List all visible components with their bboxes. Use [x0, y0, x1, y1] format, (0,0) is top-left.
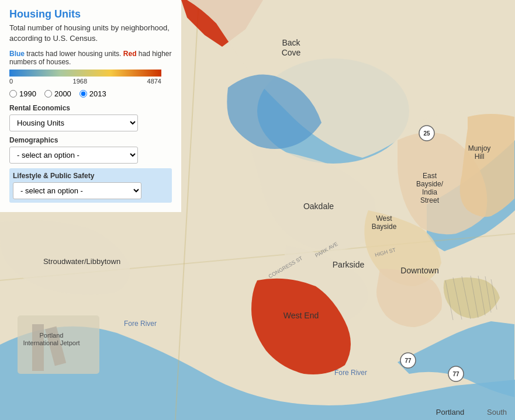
- legend-text: Blue tracts had lower housing units. Red…: [9, 50, 172, 66]
- svg-text:Street: Street: [420, 196, 440, 204]
- demographics-select[interactable]: - select an option - Population Age Race: [9, 147, 138, 164]
- svg-text:77: 77: [405, 357, 412, 364]
- svg-text:West: West: [376, 214, 392, 223]
- svg-text:East: East: [423, 172, 437, 180]
- year-1990-radio[interactable]: [9, 90, 17, 98]
- svg-text:Downtown: Downtown: [400, 266, 438, 275]
- color-bar-min: 0: [9, 78, 13, 85]
- color-bar-container: 0 1968 4874: [9, 70, 172, 85]
- legend-red-label: Red: [123, 50, 137, 58]
- legend-prefix: tracts had lower housing units.: [26, 50, 121, 58]
- svg-text:Bayside: Bayside: [372, 223, 397, 231]
- lifestyle-section: Lifestyle & Public Safety - select an op…: [9, 168, 172, 203]
- svg-text:Bayside/: Bayside/: [416, 180, 444, 188]
- svg-text:Oakdale: Oakdale: [303, 202, 334, 211]
- svg-rect-12: [32, 324, 44, 371]
- lifestyle-label: Lifestyle & Public Safety: [13, 172, 168, 180]
- year-2000-radio[interactable]: [44, 90, 52, 98]
- svg-text:Portland: Portland: [40, 332, 64, 339]
- demographics-label: Demographics: [9, 136, 172, 144]
- year-2000-label[interactable]: 2000: [44, 89, 71, 98]
- svg-text:Hill: Hill: [475, 152, 485, 161]
- rental-economics-section: Rental Economics Housing Units Rental Pr…: [9, 104, 172, 131]
- lifestyle-select[interactable]: - select an option - Crime Rate Schools …: [13, 182, 141, 199]
- svg-text:International Jetport: International Jetport: [23, 339, 80, 346]
- svg-text:25: 25: [423, 130, 430, 137]
- svg-text:Stroudwater/Libbytown: Stroudwater/Libbytown: [43, 257, 120, 266]
- svg-text:Fore River: Fore River: [334, 369, 367, 377]
- svg-text:Back: Back: [282, 38, 300, 47]
- color-bar-mid: 1968: [73, 78, 87, 85]
- legend-blue-label: Blue: [9, 50, 25, 58]
- year-2013-text: 2013: [89, 89, 106, 98]
- rental-economics-label: Rental Economics: [9, 104, 172, 112]
- year-2013-label[interactable]: 2013: [80, 89, 106, 98]
- svg-text:South: South: [487, 408, 507, 416]
- rental-economics-select[interactable]: Housing Units Rental Price Vacancy Rate: [9, 114, 138, 131]
- color-bar-max: 4874: [147, 78, 161, 85]
- demographics-section: Demographics - select an option - Popula…: [9, 136, 172, 164]
- info-panel: Housing Units Total number of housing un…: [0, 0, 181, 212]
- panel-description: Total number of housing units by neighbo…: [9, 23, 172, 44]
- color-bar: [9, 70, 161, 77]
- color-bar-labels: 0 1968 4874: [9, 78, 161, 85]
- svg-text:India: India: [422, 188, 437, 196]
- svg-text:Parkside: Parkside: [333, 260, 365, 269]
- svg-text:Portland: Portland: [436, 408, 464, 416]
- svg-text:West End: West End: [284, 311, 319, 320]
- svg-text:Cove: Cove: [282, 48, 301, 57]
- year-1990-text: 1990: [19, 89, 36, 98]
- year-radio-group: 1990 2000 2013: [9, 89, 172, 98]
- svg-text:Munjoy: Munjoy: [468, 144, 491, 152]
- svg-text:Fore River: Fore River: [124, 320, 157, 328]
- year-1990-label[interactable]: 1990: [9, 89, 36, 98]
- year-2000-text: 2000: [54, 89, 71, 98]
- panel-title: Housing Units: [9, 8, 172, 20]
- svg-text:77: 77: [452, 371, 459, 377]
- year-2013-radio[interactable]: [80, 90, 87, 98]
